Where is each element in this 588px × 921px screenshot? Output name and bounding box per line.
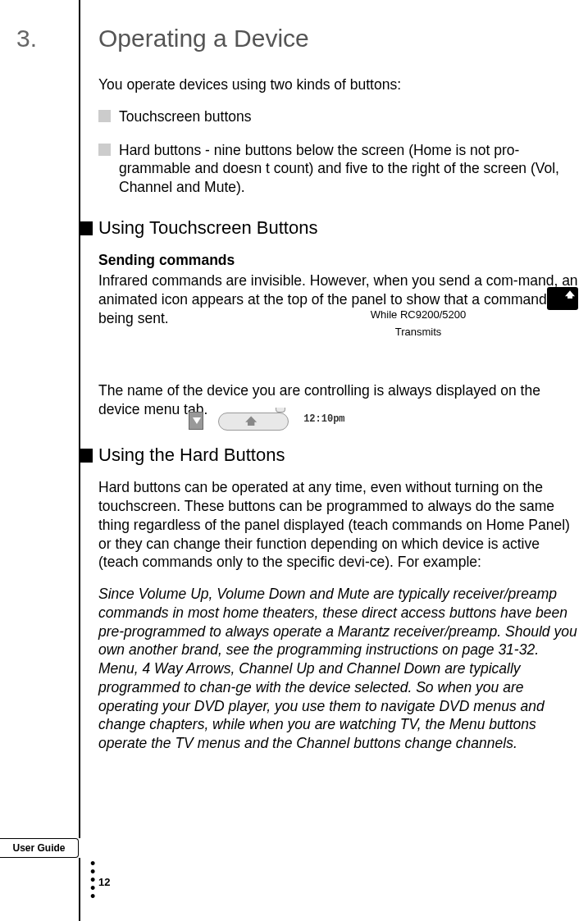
section-heading: Using the Hard Buttons xyxy=(79,444,580,467)
section-title: Using the Hard Buttons xyxy=(98,444,285,467)
tab-home-icon xyxy=(218,413,289,431)
vertical-dots: ••••• xyxy=(90,859,95,900)
bullet-text: Hard buttons - nine buttons below the sc… xyxy=(119,141,580,197)
transmit-home-icon xyxy=(547,287,578,310)
intro-paragraph: You operate devices using two kinds of b… xyxy=(98,75,580,94)
caption-line: While RC9200/5200 xyxy=(371,308,466,321)
chapter-heading-row: 3. Operating a Device xyxy=(0,25,588,52)
page-number: 12 xyxy=(98,876,110,888)
bullet-text: Touchscreen buttons xyxy=(119,107,580,126)
page-content: You operate devices using two kinds of b… xyxy=(98,75,580,766)
chapter-title: Operating a Device xyxy=(79,25,309,52)
subheading: Sending commands xyxy=(98,251,580,270)
chapter-number: 3. xyxy=(0,25,79,52)
sending-commands-block: Sending commands Infrared commands are i… xyxy=(98,251,580,327)
body-paragraph-italic: Since Volume Up, Volume Down and Mute ar… xyxy=(98,585,580,753)
caption-line: Transmits xyxy=(395,326,442,338)
section-square-icon xyxy=(79,221,93,235)
body-paragraph: Infrared commands are invisible. However… xyxy=(98,271,580,327)
dotted-rule: . . . . . . . . . . . . . . . . . . . . … xyxy=(0,64,588,69)
tab-dropdown-icon xyxy=(189,412,203,430)
bullet-item: Touchscreen buttons xyxy=(98,107,580,126)
user-guide-tab: User Guide xyxy=(0,838,79,858)
bullet-square-icon xyxy=(98,144,111,156)
bullet-square-icon xyxy=(98,110,111,122)
spacer xyxy=(98,327,580,381)
body-paragraph: The name of the device you are controlli… xyxy=(98,381,580,419)
transmit-caption: While RC9200/5200 Transmits xyxy=(344,307,492,341)
section-heading: Using Touchscreen Buttons xyxy=(79,217,580,240)
body-paragraph: Hard buttons can be operated at any time… xyxy=(98,478,580,572)
section-square-icon xyxy=(79,449,93,463)
paragraph-text: The name of the device you are controlli… xyxy=(98,382,540,417)
tab-notch xyxy=(276,408,285,413)
section-title: Using Touchscreen Buttons xyxy=(98,217,317,240)
bullet-item: Hard buttons - nine buttons below the sc… xyxy=(98,141,580,197)
tab-time-label: 12:10pm xyxy=(303,413,344,426)
